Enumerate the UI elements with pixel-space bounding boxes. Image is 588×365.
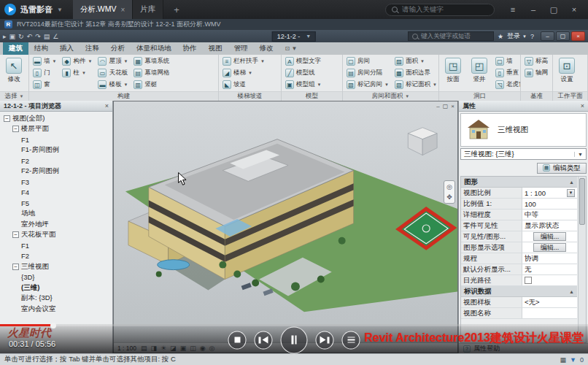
save-icon[interactable]: ▣ <box>9 33 16 40</box>
ribbon-button[interactable]: ▧标记面积▼ <box>392 79 438 91</box>
favorites-star-icon[interactable]: ★ <box>498 33 503 40</box>
ribbon-panel-label[interactable]: 楼梯坡道 <box>219 91 281 101</box>
tree-item[interactable]: −天花板平面 <box>0 230 112 241</box>
ribbon-panel-label[interactable]: 选择▼ <box>0 91 28 101</box>
previous-button[interactable] <box>255 331 273 349</box>
tree-item[interactable]: F1 <box>0 240 112 251</box>
ribbon-button[interactable]: ▯门 <box>31 67 58 79</box>
measure-icon[interactable]: ∠ <box>53 33 58 40</box>
tree-item[interactable]: −三维视图 <box>0 261 112 272</box>
login-button[interactable]: 登录 ▼ <box>507 31 527 41</box>
edit-button[interactable]: 编辑... <box>533 243 567 252</box>
worksets-icon[interactable]: ▦ <box>560 356 567 364</box>
ribbon-button[interactable]: ≡栏杆扶手▼ <box>220 55 267 67</box>
revit-close-button[interactable]: × <box>571 31 585 41</box>
ribbon-button[interactable]: ▯垂直 <box>493 67 520 79</box>
ribbon-button[interactable]: ◢楼梯▼ <box>220 67 267 79</box>
ribbon-tab[interactable]: 插入 <box>54 42 80 55</box>
properties-scrollbar[interactable] <box>578 177 586 342</box>
tree-item[interactable]: −视图(全部) <box>0 113 112 124</box>
tree-item[interactable]: F2 <box>0 155 112 166</box>
view-minimize-icon[interactable]: – <box>436 103 439 110</box>
ribbon-button[interactable]: ▨面积▼ <box>392 55 438 67</box>
tree-item[interactable]: F2-房间图例 <box>0 166 112 177</box>
ribbon-tab[interactable]: 注释 <box>80 42 105 55</box>
ribbon-button[interactable]: ▽标高 <box>522 55 550 67</box>
tree-item[interactable]: F2 <box>0 251 112 262</box>
player-search-input[interactable]: 请输入关键字 <box>385 4 495 16</box>
ribbon-panel-label[interactable]: 洞口 <box>439 91 520 101</box>
ribbon-panel-label[interactable]: 构建 <box>29 91 218 101</box>
tree-item[interactable]: F3 <box>0 177 112 188</box>
ribbon-button[interactable]: ▬楼板▼ <box>96 79 130 91</box>
ribbon-button[interactable]: ╱模型线 <box>283 67 323 79</box>
ribbon-tab[interactable]: 分析 <box>105 42 131 55</box>
tree-item[interactable]: F1-房间图例 <box>0 145 112 156</box>
tree-item[interactable]: 副本: {3D} <box>0 293 112 304</box>
edit-button[interactable]: 编辑... <box>533 232 567 241</box>
ribbon-panel-label[interactable]: 模型 <box>282 91 342 101</box>
ribbon-panel-label[interactable]: 基准 <box>521 91 552 101</box>
ribbon-button[interactable]: ↖修改 <box>1 55 26 91</box>
drawing-canvas[interactable]: –▢× ◎✥ <box>113 101 458 353</box>
stop-button[interactable] <box>228 331 247 349</box>
ribbon-button[interactable]: ▮柱▼ <box>60 67 94 79</box>
ribbon-button[interactable]: ▦幕墙系统 <box>131 55 171 67</box>
close-tab-icon[interactable]: × <box>121 6 125 14</box>
close-icon[interactable]: × <box>105 102 109 110</box>
property-value[interactable]: 编辑... <box>522 231 577 242</box>
minimize-icon[interactable]: – <box>524 2 543 17</box>
close-icon[interactable]: × <box>565 2 584 17</box>
ribbon-button[interactable]: ◹老虎窗 <box>493 79 520 91</box>
tree-item[interactable]: {3D} <box>0 272 112 283</box>
ribbon-tab[interactable]: 修改 <box>254 42 279 55</box>
ribbon-button[interactable]: ◳按面 <box>441 55 465 91</box>
checkbox[interactable] <box>525 277 532 284</box>
ribbon-button[interactable]: ▩面积边界 <box>392 67 438 79</box>
video-area[interactable]: R RVT2014最新住宅设计 第12章 商务别墅的设计 12-2-1 面积分析… <box>0 19 588 365</box>
playlist-button[interactable] <box>342 331 360 349</box>
property-value[interactable]: 编辑... <box>522 242 577 253</box>
ribbon-button[interactable]: ▧标记房间▼ <box>344 79 391 91</box>
tree-expand-icon[interactable]: − <box>4 115 10 122</box>
view-close-icon[interactable]: × <box>451 103 454 110</box>
next-button[interactable] <box>316 331 334 349</box>
ribbon-tab[interactable]: 管理 <box>228 42 254 55</box>
tree-item[interactable]: 室外地坪 <box>0 219 112 230</box>
tree-item[interactable]: 场地 <box>0 209 112 220</box>
close-icon[interactable]: × <box>581 102 584 110</box>
player-tab[interactable]: 片库 <box>133 0 163 19</box>
ribbon-panel-label[interactable]: 工作平面 <box>553 91 587 101</box>
open-icon[interactable]: ▸ <box>3 33 7 40</box>
ribbon-button[interactable]: ▤房间分隔 <box>344 67 391 79</box>
scrollbar-thumb[interactable] <box>579 178 585 225</box>
property-value[interactable] <box>522 275 577 285</box>
play-pause-button[interactable] <box>281 326 308 353</box>
property-value[interactable] <box>522 308 577 318</box>
revit-logo-icon[interactable]: R <box>4 20 12 28</box>
tree-item[interactable]: F1 <box>0 134 112 145</box>
ribbon-button[interactable]: ◠屋顶▼ <box>96 55 130 67</box>
properties-header[interactable]: 属性 × <box>459 101 588 112</box>
property-value[interactable]: 1 : 100▼ <box>522 188 577 198</box>
property-value[interactable]: 协调 <box>522 253 577 264</box>
ribbon-button[interactable]: ▢房间 <box>344 55 391 67</box>
edit-type-button[interactable]: ▦ 编辑类型 <box>537 163 587 174</box>
type-selector[interactable]: 三维视图: {三维} ▼ <box>460 148 587 160</box>
sync-icon[interactable]: ↻ <box>18 33 24 40</box>
revit-search-input[interactable]: 键入关键字或短语 <box>408 31 494 41</box>
ribbon-button[interactable]: ▤幕墙网格 <box>131 67 171 79</box>
tree-item[interactable]: F4 <box>0 188 112 199</box>
tree-expand-icon[interactable]: − <box>12 231 19 238</box>
redo-icon[interactable]: ↷ <box>35 33 41 40</box>
menu-icon[interactable]: ≡ <box>503 2 522 17</box>
property-group-header[interactable]: 标识数据▲ <box>461 286 577 297</box>
ribbon-button[interactable]: ◰竖井 <box>467 55 492 91</box>
revit-minimize-button[interactable]: – <box>541 31 554 41</box>
ribbon-button[interactable]: ▬墙▼ <box>31 55 58 67</box>
ribbon-tab[interactable]: 结构 <box>28 42 54 55</box>
help-icon[interactable]: ? <box>530 33 534 40</box>
document-title-box[interactable]: 12-1-2 - ▼ <box>272 31 316 42</box>
ribbon-button[interactable]: ▢墙 <box>493 55 520 67</box>
tree-expand-icon[interactable]: − <box>12 126 19 132</box>
